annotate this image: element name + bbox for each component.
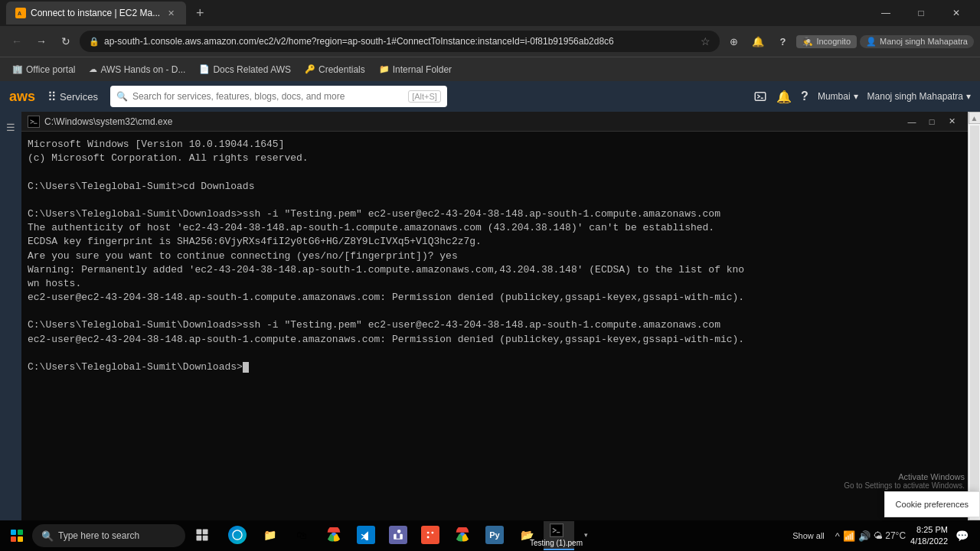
cmd-line-3: C:\Users\Teleglobal-Sumit>cd Downloads: [28, 180, 962, 194]
forward-button[interactable]: →: [31, 31, 52, 52]
store-button[interactable]: 🛍: [286, 521, 317, 550]
chrome2-button[interactable]: [447, 521, 478, 550]
vscode-button[interactable]: [351, 521, 381, 550]
aws-profile-chevron-icon: ▾: [966, 91, 971, 102]
bookmark-internal-folder[interactable]: 📁 Internal Folder: [373, 60, 458, 79]
notification-center-button[interactable]: 💬: [952, 527, 971, 545]
svg-rect-6: [197, 530, 202, 535]
navigation-bar: ← → ↻ 🔒 ap-south-1.console.aws.amazon.co…: [0, 26, 980, 57]
aws-search-box[interactable]: 🔍 [Alt+S]: [110, 86, 447, 107]
volume-icon[interactable]: 🔊: [858, 530, 871, 542]
lock-icon: 🔒: [89, 37, 100, 47]
aws-search-input[interactable]: [132, 91, 403, 102]
clock-time: 8:25 PM: [910, 524, 948, 536]
cookie-preferences-button[interactable]: Cookie preferences: [884, 491, 980, 517]
incognito-icon: 🕵: [802, 37, 813, 47]
teams-button[interactable]: [383, 521, 413, 550]
edge-app-button[interactable]: [222, 521, 253, 550]
bookmark-aws-handson[interactable]: ☁ AWS Hands on - D...: [83, 60, 191, 79]
svg-rect-9: [203, 536, 208, 541]
cmd-line-2: (c) Microsoft Corporation. All rights re…: [28, 152, 962, 165]
tab-favicon: A: [15, 8, 26, 18]
system-clock[interactable]: 8:25 PM 4/18/2022: [910, 524, 948, 548]
edge-icon: [228, 526, 247, 544]
cmd-line-1: Microsoft Windows [Version 10.0.19044.16…: [28, 138, 962, 152]
tray-chevron-icon[interactable]: ^: [835, 530, 840, 542]
bookmark-docs[interactable]: 📄 Docs Related AWS: [193, 60, 297, 79]
tab-title: Connect to instance | EC2 Ma...: [31, 8, 160, 18]
cmd-line-prompt: C:\Users\Teleglobal-Sumit\Downloads>: [28, 360, 962, 374]
network-icon[interactable]: 📶: [843, 530, 855, 542]
extensions-button[interactable]: ⊕: [723, 31, 744, 52]
cmd-maximize-button[interactable]: □: [922, 113, 942, 130]
services-button[interactable]: ⠿ Services: [41, 90, 104, 104]
cmd-line-empty-4: [28, 347, 962, 360]
incognito-label: Incognito: [816, 37, 851, 46]
scroll-thumb[interactable]: [970, 126, 979, 507]
new-tab-button[interactable]: +: [189, 2, 211, 24]
aws-help-button[interactable]: ?: [801, 90, 808, 103]
bookmark-label-4: Credentials: [318, 64, 365, 75]
git-icon: [421, 526, 439, 544]
region-selector[interactable]: Mumbai ▾: [818, 91, 858, 102]
python-button[interactable]: Py: [479, 521, 510, 550]
cursor-blink: [243, 362, 249, 373]
cmd-terminal-body[interactable]: Microsoft Windows [Version 10.0.19044.16…: [21, 132, 968, 520]
system-tray: ^ 📶 🔊 🌤 27°C: [835, 530, 906, 542]
bookmark-icon-3: 📄: [199, 64, 210, 74]
bookmark-label: Office portal: [26, 64, 75, 75]
aws-nav-icons: 🔔 ? Mumbai ▾ Manoj singh Mahapatra ▾: [753, 90, 971, 104]
aws-notifications-button[interactable]: 🔔: [776, 90, 792, 104]
show-all-button[interactable]: Show all: [792, 531, 825, 540]
cmd-close-button[interactable]: ✕: [942, 113, 962, 130]
search-icon: 🔍: [116, 91, 128, 102]
bookmarks-bar: 🏢 Office portal ☁ AWS Hands on - D... 📄 …: [0, 57, 980, 81]
file-explorer-icon: 📁: [260, 526, 279, 544]
bookmark-label-5: Internal Folder: [393, 64, 452, 75]
profile-button[interactable]: 👤 Manoj singh Mahapatra: [860, 35, 974, 48]
git-button[interactable]: [415, 521, 446, 550]
minimize-window-button[interactable]: —: [868, 0, 903, 26]
cmd-line-empty-3: [28, 305, 962, 318]
active-tab[interactable]: A Connect to instance | EC2 Ma... ✕: [6, 2, 186, 24]
task-view-button[interactable]: [187, 521, 217, 550]
python-icon: Py: [485, 526, 504, 544]
svg-text:A: A: [18, 11, 21, 16]
cmd-app-icon: [28, 116, 40, 128]
bookmark-star-icon[interactable]: ☆: [701, 35, 710, 47]
refresh-button[interactable]: ↻: [55, 31, 77, 52]
maximize-window-button[interactable]: □: [903, 0, 939, 26]
windows-logo-icon: [11, 530, 23, 542]
aws-cloudshell-button[interactable]: [753, 90, 767, 103]
file-explorer-button[interactable]: 📁: [254, 521, 285, 550]
cmd-taskbar-label: Testing (1).pem: [530, 539, 583, 547]
sidebar-menu-icon[interactable]: ☰: [2, 118, 20, 136]
taskbar-item-chevron-icon[interactable]: ▾: [584, 531, 588, 539]
tab-close-button[interactable]: ✕: [165, 7, 177, 19]
taskbar-search[interactable]: 🔍 Type here to search: [32, 524, 185, 547]
scroll-up-button[interactable]: ▲: [969, 112, 981, 124]
svg-rect-7: [203, 530, 208, 535]
chrome-button[interactable]: [318, 521, 349, 550]
back-button[interactable]: ←: [6, 31, 28, 52]
help-button[interactable]: ?: [772, 31, 793, 52]
cmd-line-4: C:\Users\Teleglobal-Sumit\Downloads>ssh …: [28, 207, 962, 221]
taskbar: 🔍 Type here to search 📁 🛍: [0, 520, 980, 551]
close-window-button[interactable]: ✕: [939, 0, 974, 26]
address-bar[interactable]: 🔒 ap-south-1.console.aws.amazon.com/ec2/…: [80, 31, 720, 52]
cmd-line-7: Are you sure you want to continue connec…: [28, 249, 962, 263]
bookmark-office-portal[interactable]: 🏢 Office portal: [6, 60, 81, 79]
bell-button[interactable]: 🔔: [747, 31, 769, 52]
region-label: Mumbai: [818, 91, 851, 102]
shortcut-badge: [Alt+S]: [408, 90, 441, 103]
bookmark-credentials[interactable]: 🔑 Credentials: [299, 60, 371, 79]
aws-user-name: Manoj singh Mahapatra: [867, 91, 963, 102]
bookmark-icon-5: 📁: [379, 64, 390, 74]
cmd-minimize-button[interactable]: —: [902, 113, 922, 130]
cmd-titlebar: C:\Windows\system32\cmd.exe — □ ✕: [21, 112, 968, 132]
cmd-taskbar-button[interactable]: Testing (1).pem ▾: [544, 521, 574, 550]
aws-logo[interactable]: aws: [9, 89, 35, 105]
start-button[interactable]: [3, 522, 31, 549]
cmd-taskbar-icon: [550, 523, 564, 537]
aws-user-profile[interactable]: Manoj singh Mahapatra ▾: [867, 91, 971, 102]
